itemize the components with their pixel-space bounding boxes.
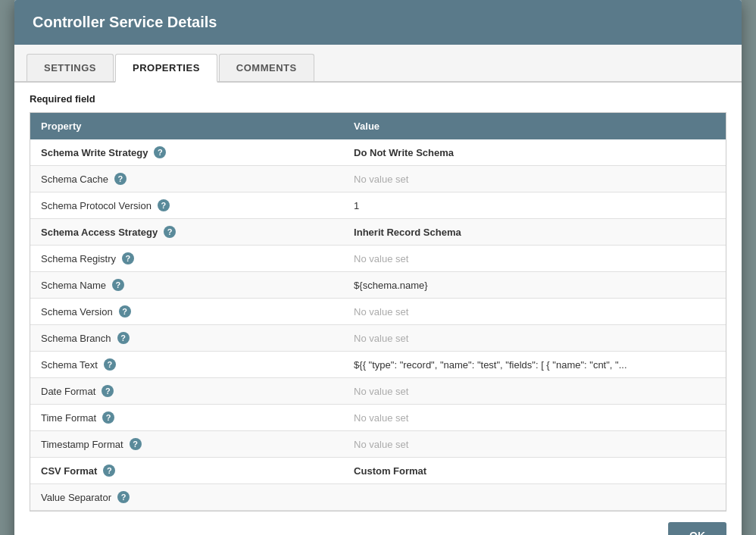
table-row: Value Separator? xyxy=(30,484,726,511)
table-row: Schema Protocol Version?1 xyxy=(30,192,726,219)
help-icon[interactable]: ? xyxy=(158,199,170,211)
value-cell[interactable]: ${schema.name} xyxy=(343,272,726,299)
value-cell[interactable]: No value set xyxy=(343,166,726,192)
value-cell[interactable]: Do Not Write Schema xyxy=(343,139,726,166)
property-cell[interactable]: Timestamp Format? xyxy=(30,431,343,458)
dialog-footer: OK xyxy=(14,512,742,535)
help-icon[interactable]: ? xyxy=(154,146,166,158)
help-icon[interactable]: ? xyxy=(103,465,115,477)
tab-settings[interactable]: SETTINGS xyxy=(27,54,114,81)
help-icon[interactable]: ? xyxy=(119,305,131,318)
value-cell[interactable]: ${{ "type": "record", "name": "test", "f… xyxy=(343,352,726,378)
value-cell[interactable]: No value set xyxy=(343,325,726,352)
property-name: Schema Write Strategy xyxy=(41,147,148,158)
property-name: Schema Text xyxy=(41,359,98,371)
table-row: Schema Access Strategy?Inherit Record Sc… xyxy=(30,219,726,246)
help-icon[interactable]: ? xyxy=(104,358,116,371)
properties-table: Property Value Schema Write Strategy?Do … xyxy=(30,113,726,511)
table-row: Schema Text?${{ "type": "record", "name"… xyxy=(30,352,726,378)
table-row: Schema Write Strategy?Do Not Write Schem… xyxy=(30,139,726,166)
value-cell[interactable] xyxy=(343,484,726,511)
property-name: Date Format xyxy=(41,386,95,397)
property-name: Schema Version xyxy=(41,306,113,318)
help-icon[interactable]: ? xyxy=(122,252,134,264)
tab-bar: SETTINGS PROPERTIES COMMENTS xyxy=(14,45,742,83)
property-name: Schema Protocol Version xyxy=(41,200,152,211)
dialog-header: Controller Service Details xyxy=(14,0,742,45)
value-cell[interactable]: No value set xyxy=(343,431,726,458)
tab-comments[interactable]: COMMENTS xyxy=(219,54,314,81)
table-header-row: Property Value xyxy=(30,113,726,139)
help-icon[interactable]: ? xyxy=(117,491,130,503)
table-row: Date Format?No value set xyxy=(30,378,726,405)
dialog-body: SETTINGS PROPERTIES COMMENTS Required fi… xyxy=(14,45,742,512)
help-icon[interactable]: ? xyxy=(102,411,114,424)
table-row: Schema Name?${schema.name} xyxy=(30,272,726,299)
help-icon[interactable]: ? xyxy=(117,332,130,344)
dialog-title: Controller Service Details xyxy=(33,14,723,31)
table-row: Timestamp Format?No value set xyxy=(30,431,726,458)
help-icon[interactable]: ? xyxy=(130,438,142,450)
property-cell[interactable]: Schema Version? xyxy=(30,299,343,325)
value-cell[interactable]: No value set xyxy=(343,246,726,272)
property-name: Schema Registry xyxy=(41,253,116,264)
tab-properties[interactable]: PROPERTIES xyxy=(115,54,217,83)
table-row: Schema Version?No value set xyxy=(30,299,726,325)
property-name: Time Format xyxy=(41,412,96,424)
help-icon[interactable]: ? xyxy=(164,226,176,238)
property-cell[interactable]: Schema Access Strategy? xyxy=(30,219,343,246)
property-name: Schema Branch xyxy=(41,333,111,344)
property-name: Schema Name xyxy=(41,280,106,291)
value-cell[interactable]: Custom Format xyxy=(343,458,726,484)
property-cell[interactable]: Schema Branch? xyxy=(30,325,343,352)
property-name: CSV Format xyxy=(41,465,97,477)
value-cell[interactable]: Inherit Record Schema xyxy=(343,219,726,246)
content-area: Required field Property Value Schema Wri… xyxy=(14,83,742,512)
help-icon[interactable]: ? xyxy=(102,385,114,397)
property-cell[interactable]: Schema Registry? xyxy=(30,246,343,272)
value-column-header: Value xyxy=(343,113,726,139)
property-cell[interactable]: Schema Protocol Version? xyxy=(30,192,343,219)
property-name: Schema Access Strategy xyxy=(41,227,158,238)
property-column-header: Property xyxy=(30,113,343,139)
property-cell[interactable]: Schema Text? xyxy=(30,352,343,378)
property-cell[interactable]: CSV Format? xyxy=(30,458,343,484)
ok-button[interactable]: OK xyxy=(668,522,726,535)
property-cell[interactable]: Schema Cache? xyxy=(30,166,343,192)
property-name: Timestamp Format xyxy=(41,439,123,450)
value-cell[interactable]: No value set xyxy=(343,405,726,431)
property-cell[interactable]: Time Format? xyxy=(30,405,343,431)
property-cell[interactable]: Value Separator? xyxy=(30,484,343,511)
value-cell[interactable]: No value set xyxy=(343,378,726,405)
property-name: Value Separator xyxy=(41,492,111,503)
property-cell[interactable]: Date Format? xyxy=(30,378,343,405)
property-cell[interactable]: Schema Name? xyxy=(30,272,343,299)
table-row: Schema Branch?No value set xyxy=(30,325,726,352)
table-body: Schema Write Strategy?Do Not Write Schem… xyxy=(30,139,726,511)
value-cell[interactable]: No value set xyxy=(343,299,726,325)
help-icon[interactable]: ? xyxy=(114,173,127,185)
help-icon[interactable]: ? xyxy=(112,279,124,291)
required-label: Required field xyxy=(30,93,726,105)
value-cell[interactable]: 1 xyxy=(343,192,726,219)
table-row: Schema Registry?No value set xyxy=(30,246,726,272)
table-row: Schema Cache?No value set xyxy=(30,166,726,192)
properties-table-container[interactable]: Property Value Schema Write Strategy?Do … xyxy=(30,112,726,512)
controller-service-dialog: Controller Service Details SETTINGS PROP… xyxy=(14,0,742,535)
property-name: Schema Cache xyxy=(41,174,108,185)
table-row: CSV Format?Custom Format xyxy=(30,458,726,484)
table-row: Time Format?No value set xyxy=(30,405,726,431)
property-cell[interactable]: Schema Write Strategy? xyxy=(30,139,343,166)
